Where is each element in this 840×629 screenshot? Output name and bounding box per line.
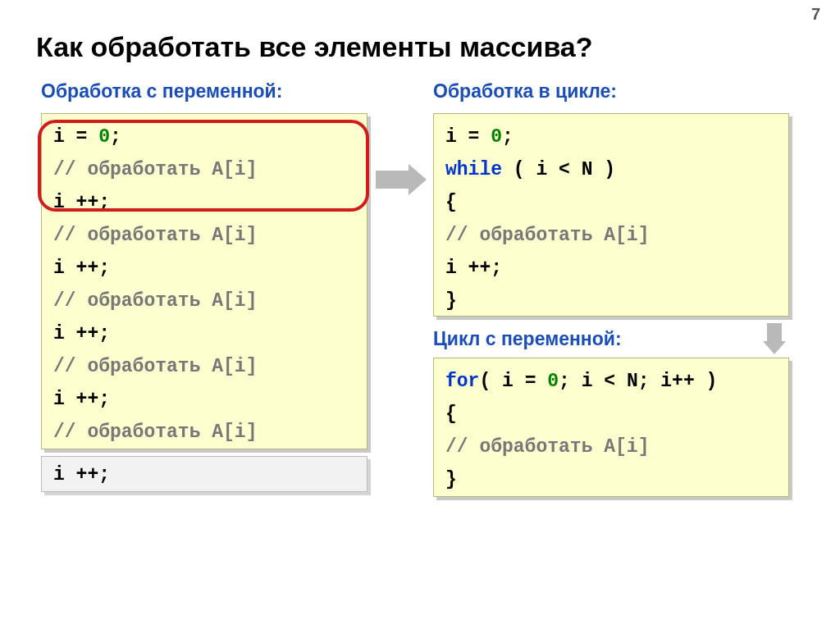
arrow-right-icon xyxy=(376,164,427,195)
t: // обработать A[i] xyxy=(445,219,777,252)
t: for xyxy=(445,371,479,392)
t: i ++; xyxy=(53,383,355,416)
page-title: Как обработать все элементы массива? xyxy=(36,31,593,63)
t: } xyxy=(445,285,777,317)
t: { xyxy=(445,186,777,219)
t: // обработать A[i] xyxy=(53,350,355,383)
t: // обработать A[i] xyxy=(445,431,777,463)
t: 0 xyxy=(491,126,502,148)
t: 0 xyxy=(98,126,110,148)
t: i ++; xyxy=(53,186,355,219)
t: i ++; xyxy=(53,252,355,285)
t: i ++; xyxy=(53,458,355,491)
t: i ++; xyxy=(445,252,777,285)
code-box-variable: i = 0; // обработать A[i] i ++; // обраб… xyxy=(41,113,368,449)
t: // обработать A[i] xyxy=(53,416,355,449)
t: ( i = xyxy=(479,371,547,392)
code-box-for: for( i = 0; i < N; i++ ) { // обработать… xyxy=(433,358,789,497)
t: ; i < N; i++ ) xyxy=(559,371,717,392)
t: i = xyxy=(53,126,98,148)
t: ( i < N ) xyxy=(502,159,615,180)
page-number: 7 xyxy=(811,5,820,24)
subtitle-variable: Обработка с переменной: xyxy=(41,80,282,103)
t: ; xyxy=(110,126,121,148)
subtitle-for: Цикл с переменной: xyxy=(433,328,622,350)
code-box-while: i = 0; while ( i < N ) { // обработать A… xyxy=(433,113,789,317)
t: // обработать A[i] xyxy=(53,153,355,186)
t: } xyxy=(445,463,777,496)
t: // обработать A[i] xyxy=(53,219,355,252)
arrow-down-icon xyxy=(763,323,786,354)
t: ; xyxy=(502,126,514,148)
subtitle-while: Обработка в цикле: xyxy=(433,80,617,103)
t: // обработать A[i] xyxy=(53,285,355,317)
code-box-extra: i ++; xyxy=(41,456,368,492)
t: i = xyxy=(445,126,491,148)
t: 0 xyxy=(547,371,559,392)
t: { xyxy=(445,398,777,431)
t: i ++; xyxy=(53,317,355,350)
t: while xyxy=(445,159,502,180)
